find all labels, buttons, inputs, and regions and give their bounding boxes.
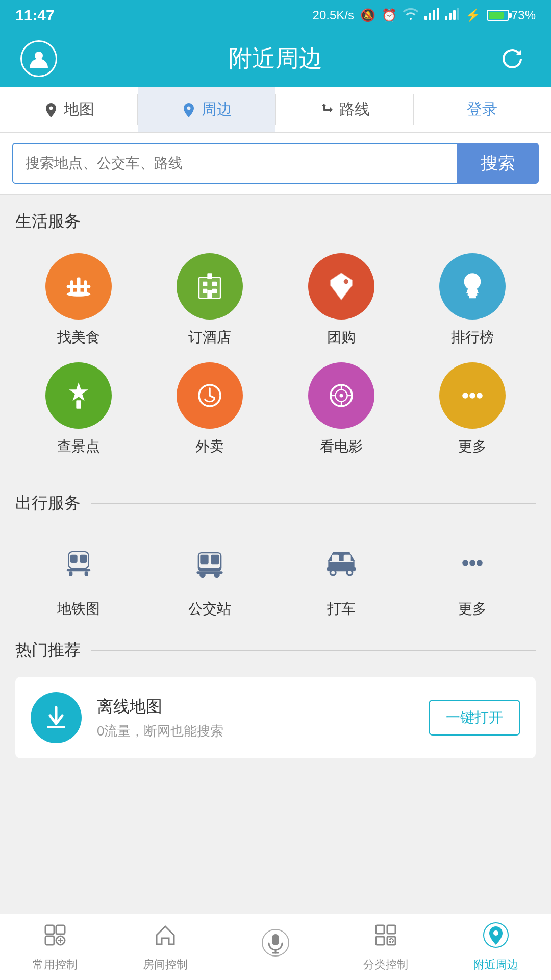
svg-rect-62 [45, 925, 54, 934]
svg-rect-18 [203, 289, 207, 293]
svg-rect-51 [332, 555, 339, 562]
status-time: 11:47 [15, 7, 55, 24]
taxi-icon [308, 535, 374, 591]
bottom-nav: 常用控制 房间控制 [0, 914, 551, 980]
svg-rect-7 [457, 8, 459, 20]
common-control-icon [42, 922, 68, 953]
svg-rect-43 [84, 571, 88, 576]
hotel-label: 订酒店 [188, 328, 231, 347]
transport-services-section: 出行服务 地铁图 [0, 477, 551, 624]
svg-rect-24 [469, 296, 476, 299]
signal2-icon [445, 8, 459, 23]
life-services-grid: 找美食 订酒店 [15, 248, 536, 461]
transport-subway[interactable]: 地铁图 [15, 530, 142, 624]
svg-rect-41 [66, 569, 90, 572]
wifi-icon [403, 8, 418, 23]
deals-label: 团购 [327, 328, 356, 347]
service-food[interactable]: 找美食 [15, 248, 142, 352]
refresh-button[interactable] [494, 40, 531, 77]
nav-common-control[interactable]: 常用控制 [0, 914, 110, 980]
transport-more[interactable]: 更多 [410, 530, 536, 624]
tab-map[interactable]: 地图 [0, 87, 137, 132]
service-hotel[interactable]: 订酒店 [147, 248, 273, 352]
svg-rect-4 [445, 16, 447, 20]
svg-rect-20 [208, 290, 212, 298]
nav-voice[interactable] [220, 914, 331, 980]
svg-point-60 [477, 560, 483, 566]
service-movie[interactable]: 看电影 [278, 357, 405, 461]
service-more[interactable]: 更多 [410, 357, 536, 461]
svg-rect-52 [343, 555, 350, 562]
svg-rect-69 [272, 934, 279, 945]
svg-rect-25 [76, 400, 81, 408]
life-services-title: 生活服务 [15, 210, 81, 233]
tab-nearby-label: 周边 [202, 99, 232, 120]
nearby-label: 附近周边 [473, 957, 518, 972]
life-services-section: 生活服务 找美食 [0, 195, 551, 461]
svg-rect-63 [56, 925, 65, 934]
transport-taxi[interactable]: 打车 [278, 530, 405, 624]
charging-icon: ⚡ [465, 8, 481, 22]
service-ranking[interactable]: 排行榜 [410, 248, 536, 352]
ranking-icon [439, 253, 506, 320]
nav-nearby[interactable]: 附近周边 [441, 914, 551, 980]
deals-icon [308, 253, 374, 320]
svg-rect-1 [429, 13, 431, 20]
service-attractions[interactable]: 查景点 [15, 357, 142, 461]
status-bar: 11:47 20.5K/s 🔕 ⏰ [0, 0, 551, 31]
svg-rect-2 [433, 10, 435, 20]
bus-label: 公交站 [188, 599, 231, 619]
tab-map-label: 地图 [64, 99, 94, 120]
search-input[interactable] [12, 143, 457, 184]
takeaway-icon [177, 362, 243, 429]
svg-point-57 [348, 571, 352, 574]
page-title: 附近周边 [57, 43, 494, 75]
one-key-open-button[interactable]: 一键打开 [429, 700, 520, 736]
nav-room-control[interactable]: 房间控制 [110, 914, 220, 980]
tab-route[interactable]: 路线 [276, 87, 413, 132]
transport-bus[interactable]: 公交站 [147, 530, 273, 624]
room-control-icon [153, 922, 178, 953]
battery: 73% [487, 8, 536, 22]
svg-rect-0 [424, 16, 427, 20]
offline-map-icon [31, 692, 82, 743]
search-button[interactable]: 搜索 [457, 143, 539, 184]
status-right: 20.5K/s 🔕 ⏰ ⚡ [313, 8, 536, 23]
nav-category-control[interactable]: 分类控制 [331, 914, 441, 980]
svg-rect-47 [211, 555, 219, 565]
transport-divider [91, 503, 536, 504]
tab-nearby[interactable]: 周边 [138, 87, 275, 132]
header: 附近周边 [0, 31, 551, 87]
service-takeaway[interactable]: 外卖 [147, 357, 273, 461]
service-deals[interactable]: 团购 [278, 248, 405, 352]
tab-login[interactable]: 登录 [414, 87, 551, 132]
svg-rect-16 [203, 282, 207, 286]
common-control-label: 常用控制 [33, 957, 78, 972]
tab-login-label: 登录 [467, 99, 497, 120]
svg-rect-64 [45, 936, 54, 945]
recommend-text: 离线地图 0流量，断网也能搜索 [97, 696, 413, 740]
movie-label: 看电影 [320, 437, 363, 456]
hot-recommend-section: 热门推荐 离线地图 0流量，断网也能搜索 一键打开 [0, 639, 551, 774]
svg-rect-39 [70, 555, 77, 563]
movie-icon [308, 362, 374, 429]
nearby-icon [483, 922, 509, 953]
svg-point-49 [199, 572, 206, 578]
alarm-icon: ⏰ [382, 8, 397, 22]
section-divider [91, 222, 536, 222]
svg-rect-73 [387, 925, 395, 934]
svg-rect-3 [437, 8, 439, 20]
svg-point-58 [462, 560, 468, 566]
avatar[interactable] [20, 40, 57, 77]
recommend-item-title: 离线地图 [97, 696, 413, 718]
category-control-label: 分类控制 [363, 957, 408, 972]
svg-rect-72 [376, 925, 384, 934]
svg-point-59 [469, 560, 475, 566]
content: 搜索 生活服务 找美食 [0, 133, 551, 845]
recommend-card: 离线地图 0流量，断网也能搜索 一键打开 [15, 677, 536, 758]
svg-point-35 [469, 393, 475, 399]
svg-rect-5 [449, 13, 452, 20]
transport-more-icon [439, 535, 506, 591]
svg-point-80 [493, 930, 498, 936]
svg-rect-46 [201, 555, 209, 565]
